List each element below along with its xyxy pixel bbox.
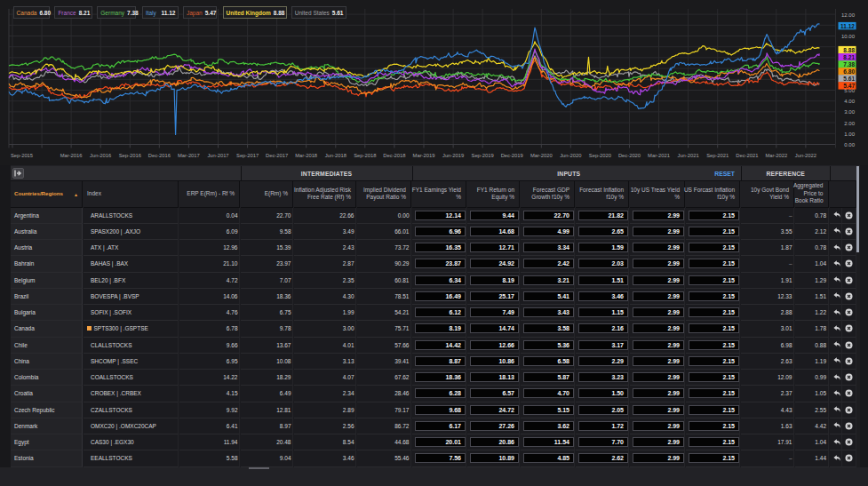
- svg-text:Dec-2018: Dec-2018: [383, 153, 405, 158]
- svg-text:Jun-2021: Jun-2021: [678, 153, 699, 158]
- svg-text:10.00: 10.00: [841, 34, 856, 39]
- svg-text:4.00: 4.00: [844, 99, 855, 104]
- svg-text:Mar-2016: Mar-2016: [60, 153, 83, 158]
- svg-text:Dec-2021: Dec-2021: [736, 153, 758, 158]
- svg-text:Jun-2018: Jun-2018: [325, 153, 346, 158]
- svg-text:8.88: 8.88: [843, 47, 855, 53]
- svg-text:2.00: 2.00: [844, 121, 855, 126]
- svg-text:Jun-2020: Jun-2020: [560, 153, 581, 158]
- svg-text:6.80: 6.80: [843, 68, 855, 75]
- svg-text:8.21: 8.21: [843, 54, 855, 60]
- svg-text:Mar-2017: Mar-2017: [178, 153, 200, 158]
- svg-text:5.61: 5.61: [843, 76, 855, 82]
- svg-text:Jun-2022: Jun-2022: [795, 153, 816, 158]
- svg-text:Sep-2021: Sep-2021: [706, 153, 729, 158]
- svg-text:Sep-2020: Sep-2020: [589, 153, 611, 158]
- svg-text:5.47: 5.47: [843, 83, 855, 89]
- svg-text:3.00: 3.00: [844, 109, 855, 115]
- svg-text:Mar-2018: Mar-2018: [295, 153, 317, 158]
- svg-text:Sep-2019: Sep-2019: [472, 153, 494, 158]
- svg-text:Sep-2016: Sep-2016: [119, 153, 141, 158]
- svg-text:Dec-2020: Dec-2020: [618, 153, 641, 158]
- svg-text:0.00: 0.00: [844, 142, 855, 147]
- svg-text:Mar-2019: Mar-2019: [413, 153, 435, 158]
- svg-text:Dec-2016: Dec-2016: [148, 153, 171, 158]
- svg-text:Mar-2021: Mar-2021: [648, 153, 670, 158]
- svg-text:Dec-2017: Dec-2017: [266, 153, 288, 158]
- svg-text:Sep-2015: Sep-2015: [11, 153, 33, 158]
- svg-text:Mar-2020: Mar-2020: [530, 153, 553, 158]
- svg-text:7.38: 7.38: [843, 61, 855, 68]
- svg-text:Jun-2019: Jun-2019: [442, 153, 464, 158]
- svg-text:12.00: 12.00: [841, 12, 856, 18]
- svg-text:Dec-2019: Dec-2019: [501, 153, 523, 158]
- svg-text:1.00: 1.00: [844, 131, 855, 137]
- svg-text:11.12: 11.12: [840, 23, 855, 29]
- svg-text:Mar-2022: Mar-2022: [765, 153, 787, 158]
- svg-text:Jun-2016: Jun-2016: [90, 153, 111, 158]
- svg-text:Sep-2018: Sep-2018: [354, 153, 376, 158]
- svg-text:Sep-2017: Sep-2017: [236, 153, 259, 158]
- svg-text:Jun-2017: Jun-2017: [207, 153, 228, 158]
